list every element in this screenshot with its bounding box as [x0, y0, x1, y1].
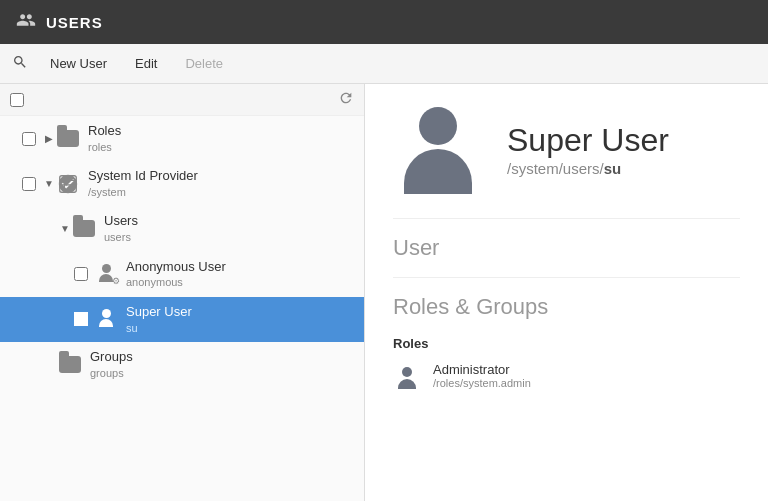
user-display-name: Super User: [507, 121, 669, 159]
roles-expand-arrow[interactable]: ▶: [42, 133, 56, 144]
groups-folder-icon: [58, 353, 82, 377]
administrator-role-icon: [393, 361, 421, 389]
provider-path: /system: [88, 185, 198, 199]
anonymous-user-name: Anonymous User: [126, 259, 226, 276]
roles-label: Roles: [393, 336, 740, 351]
roles-checkbox[interactable]: [22, 132, 36, 146]
roles-path: roles: [88, 140, 121, 154]
tree-header: [0, 84, 364, 116]
roles-folder-icon: [56, 127, 80, 151]
tree-item-super-user[interactable]: Super User su: [0, 297, 364, 342]
anonymous-checkbox[interactable]: [74, 267, 88, 281]
select-all-checkbox[interactable]: [10, 93, 24, 107]
provider-checkbox[interactable]: [22, 177, 36, 191]
administrator-role-name: Administrator: [433, 362, 531, 377]
tree-item-anonymous-user[interactable]: ⚙ Anonymous User anonymous: [0, 252, 364, 297]
users-header-icon: [16, 10, 36, 35]
user-path-prefix: /system/users/: [507, 160, 604, 177]
provider-name: System Id Provider: [88, 168, 198, 185]
search-button[interactable]: [12, 54, 28, 74]
tree-item-roles[interactable]: ▶ Roles roles: [0, 116, 364, 161]
super-user-icon: [94, 307, 118, 331]
main-content: ▶ Roles roles ▼: [0, 84, 768, 501]
user-avatar: [393, 104, 483, 194]
avatar-head: [419, 107, 457, 145]
tree-item-system-id-provider[interactable]: ▼ System Id Provider /system: [0, 161, 364, 206]
user-section-divider: [393, 218, 740, 219]
user-path-username: su: [604, 160, 622, 177]
user-detail-header: Super User /system/users/su: [393, 104, 740, 194]
user-path: /system/users/su: [507, 160, 669, 177]
administrator-role-path: /roles/system.admin: [433, 377, 531, 389]
users-folder-path: users: [104, 230, 138, 244]
users-expand-arrow[interactable]: ▼: [58, 223, 72, 234]
avatar-body: [404, 149, 472, 194]
refresh-icon[interactable]: [338, 90, 354, 109]
new-user-button[interactable]: New User: [44, 52, 113, 75]
toolbar: New User Edit Delete: [0, 44, 768, 84]
tree-item-users[interactable]: ▼ Users users: [0, 206, 364, 251]
super-user-checkbox[interactable]: [74, 312, 88, 326]
users-folder-name: Users: [104, 213, 138, 230]
provider-icon: [56, 172, 80, 196]
roles-section: Roles Administrator /roles/system.admin: [393, 336, 740, 389]
super-user-name: Super User: [126, 304, 192, 321]
tree-item-groups[interactable]: Groups groups: [0, 342, 364, 387]
role-item-administrator: Administrator /roles/system.admin: [393, 361, 740, 389]
user-section-title: User: [393, 235, 740, 261]
users-folder-icon: [72, 217, 96, 241]
roles-groups-section-title: Roles & Groups: [393, 294, 740, 320]
app-header: USERS: [0, 0, 768, 44]
anonymous-user-path: anonymous: [126, 275, 226, 289]
roles-section-divider: [393, 277, 740, 278]
groups-path: groups: [90, 366, 133, 380]
tree-panel: ▶ Roles roles ▼: [0, 84, 365, 501]
super-user-path: su: [126, 321, 192, 335]
app-title: USERS: [46, 14, 103, 31]
delete-button[interactable]: Delete: [179, 52, 229, 75]
user-info: Super User /system/users/su: [507, 121, 669, 176]
groups-name: Groups: [90, 349, 133, 366]
provider-expand-arrow[interactable]: ▼: [42, 178, 56, 189]
detail-panel: Super User /system/users/su User Roles &…: [365, 84, 768, 501]
anonymous-user-icon: ⚙: [94, 262, 118, 286]
edit-button[interactable]: Edit: [129, 52, 163, 75]
roles-name: Roles: [88, 123, 121, 140]
